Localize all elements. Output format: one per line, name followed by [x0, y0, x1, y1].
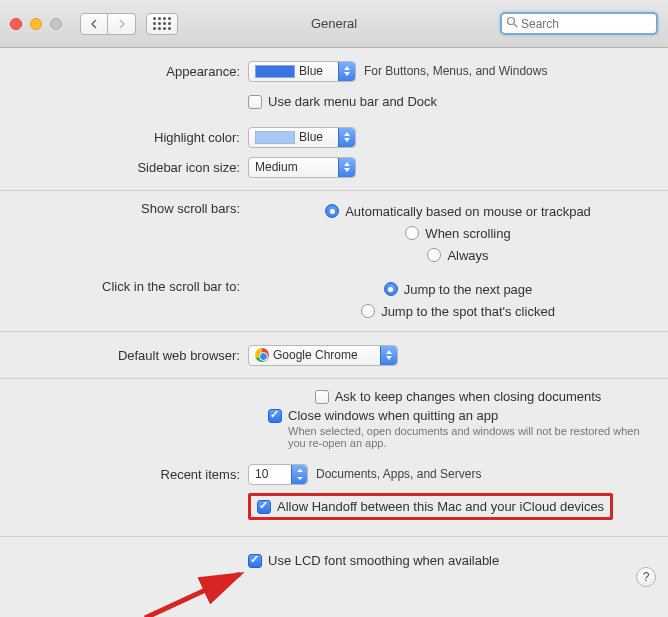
scrollbars-opt-2: Always [447, 248, 488, 263]
highlight-value: Blue [299, 130, 323, 144]
scrollclick-label: Click in the scroll bar to: [0, 279, 248, 294]
search-icon [506, 16, 518, 31]
nav-buttons [80, 13, 136, 35]
help-label: ? [643, 570, 650, 584]
scrollbars-opt-1: When scrolling [425, 226, 510, 241]
highlight-select[interactable]: Blue [248, 127, 356, 148]
handoff-label: Allow Handoff between this Mac and your … [277, 499, 604, 514]
scrollbars-radio-always[interactable] [427, 248, 441, 262]
dropdown-arrows-icon [338, 158, 355, 177]
forward-button[interactable] [108, 13, 136, 35]
window-controls [10, 18, 62, 30]
browser-value: Google Chrome [273, 348, 358, 362]
appearance-label: Appearance: [0, 64, 248, 79]
sidebar-size-value: Medium [255, 160, 298, 174]
scrollbars-opt-0: Automatically based on mouse or trackpad [345, 204, 591, 219]
lcd-smoothing-checkbox[interactable] [248, 554, 262, 568]
chevron-left-icon [90, 19, 98, 29]
scrollclick-opt-1: Jump to the spot that's clicked [381, 304, 555, 319]
annotation-arrow-icon [140, 568, 250, 617]
dropdown-arrows-icon [380, 346, 397, 365]
close-windows-hint: When selected, open documents and window… [288, 425, 648, 449]
color-swatch-icon [255, 131, 295, 144]
search-input[interactable] [521, 17, 652, 31]
browser-label: Default web browser: [0, 348, 248, 363]
back-button[interactable] [80, 13, 108, 35]
ask-save-checkbox[interactable] [315, 390, 329, 404]
recent-items-stepper[interactable]: 10 [248, 464, 308, 485]
svg-line-1 [514, 24, 517, 27]
annotation-highlight-box: Allow Handoff between this Mac and your … [248, 493, 613, 520]
appearance-suffix: For Buttons, Menus, and Windows [364, 64, 547, 78]
zoom-window-button[interactable] [50, 18, 62, 30]
scrollclick-opt-0: Jump to the next page [404, 282, 533, 297]
search-field-wrap[interactable] [500, 12, 658, 35]
show-all-button[interactable] [146, 13, 178, 35]
close-windows-checkbox[interactable] [268, 409, 282, 423]
preferences-content: Appearance: Blue For Buttons, Menus, and… [0, 48, 668, 617]
color-swatch-icon [255, 65, 295, 78]
appearance-select[interactable]: Blue [248, 61, 356, 82]
sidebar-size-select[interactable]: Medium [248, 157, 356, 178]
lcd-smoothing-label: Use LCD font smoothing when available [268, 553, 499, 568]
handoff-checkbox[interactable] [257, 500, 271, 514]
scrollclick-radio-spot[interactable] [361, 304, 375, 318]
help-button[interactable]: ? [636, 567, 656, 587]
close-windows-label: Close windows when quitting an app [288, 408, 648, 423]
stepper-arrows-icon [291, 465, 307, 484]
scrollbars-label: Show scroll bars: [0, 201, 248, 216]
scrollbars-radio-auto[interactable] [325, 204, 339, 218]
svg-point-0 [508, 18, 515, 25]
dropdown-arrows-icon [338, 62, 355, 81]
close-window-button[interactable] [10, 18, 22, 30]
chrome-icon [255, 348, 269, 362]
recent-label: Recent items: [0, 467, 248, 482]
highlight-label: Highlight color: [0, 130, 248, 145]
browser-select[interactable]: Google Chrome [248, 345, 398, 366]
dark-menu-label: Use dark menu bar and Dock [268, 94, 437, 109]
sidebar-size-label: Sidebar icon size: [0, 160, 248, 175]
ask-save-label: Ask to keep changes when closing documen… [335, 389, 602, 404]
dark-menu-checkbox[interactable] [248, 95, 262, 109]
grid-icon [153, 17, 171, 30]
chevron-right-icon [118, 19, 126, 29]
svg-line-2 [145, 574, 240, 617]
recent-value: 10 [249, 467, 274, 481]
dropdown-arrows-icon [338, 128, 355, 147]
scrollclick-radio-next[interactable] [384, 282, 398, 296]
scrollbars-radio-scrolling[interactable] [405, 226, 419, 240]
recent-suffix: Documents, Apps, and Servers [316, 467, 481, 481]
toolbar: General [0, 0, 668, 48]
appearance-value: Blue [299, 64, 323, 78]
minimize-window-button[interactable] [30, 18, 42, 30]
